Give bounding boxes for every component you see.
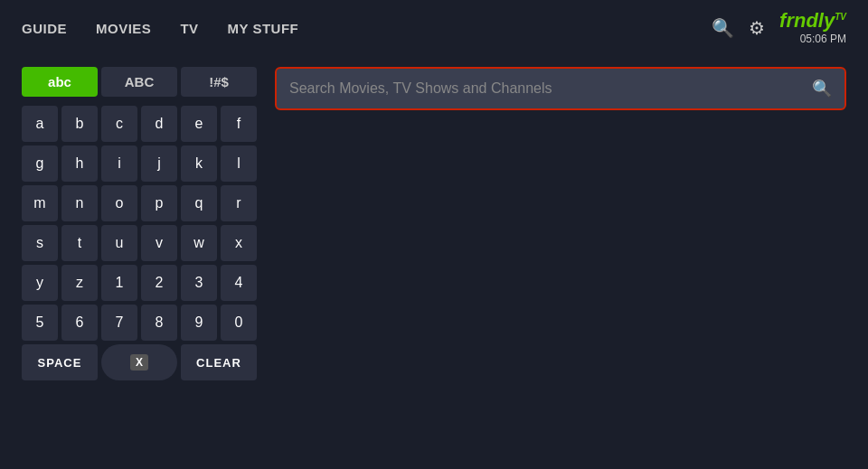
- key-u[interactable]: u: [101, 225, 137, 261]
- mode-tabs: abc ABC !#$: [22, 67, 257, 97]
- key-4[interactable]: 4: [221, 265, 257, 301]
- nav-right: 🔍 ⚙ frndlyTV 05:06 PM: [712, 11, 846, 45]
- top-nav: GUIDE MOVIES TV MY STUFF 🔍 ⚙ frndlyTV 05…: [0, 0, 868, 56]
- search-box[interactable]: Search Movies, TV Shows and Channels 🔍: [275, 67, 846, 110]
- key-w[interactable]: w: [181, 225, 217, 261]
- key-0[interactable]: 0: [221, 305, 257, 341]
- special-keys-row: SPACE X CLEAR: [22, 344, 257, 380]
- key-p[interactable]: p: [141, 185, 177, 221]
- key-v[interactable]: v: [141, 225, 177, 261]
- key-3[interactable]: 3: [181, 265, 217, 301]
- key-h[interactable]: h: [61, 145, 98, 182]
- key-x[interactable]: x: [221, 225, 257, 261]
- key-q[interactable]: q: [181, 185, 217, 221]
- keyboard-panel: abc ABC !#$ abcdefghijklmnopqrstuvwxyz12…: [22, 67, 257, 380]
- tab-symbols[interactable]: !#$: [181, 67, 257, 97]
- key-m[interactable]: m: [22, 185, 58, 221]
- key-r[interactable]: r: [221, 185, 257, 221]
- nav-movies[interactable]: MOVIES: [96, 21, 151, 36]
- key-a[interactable]: a: [22, 106, 58, 142]
- brand-block: frndlyTV 05:06 PM: [779, 11, 846, 45]
- key-9[interactable]: 9: [181, 305, 217, 341]
- backspace-x-icon: X: [130, 354, 148, 371]
- key-y[interactable]: y: [22, 265, 58, 301]
- nav-mystuff[interactable]: MY STUFF: [228, 21, 299, 36]
- key-b[interactable]: b: [61, 106, 98, 142]
- search-area: Search Movies, TV Shows and Channels 🔍: [275, 67, 846, 380]
- key-5[interactable]: 5: [22, 305, 58, 341]
- key-e[interactable]: e: [181, 106, 217, 142]
- nav-guide[interactable]: GUIDE: [22, 21, 67, 36]
- key-i[interactable]: i: [101, 145, 137, 182]
- brand-name: frndlyTV: [779, 11, 846, 31]
- key-l[interactable]: l: [221, 145, 257, 182]
- key-g[interactable]: g: [22, 145, 58, 182]
- tab-abc[interactable]: abc: [22, 67, 98, 97]
- search-icon[interactable]: 🔍: [712, 17, 734, 39]
- main-content: abc ABC !#$ abcdefghijklmnopqrstuvwxyz12…: [0, 56, 868, 391]
- key-d[interactable]: d: [141, 106, 177, 142]
- search-submit-icon[interactable]: 🔍: [812, 79, 832, 98]
- settings-icon[interactable]: ⚙: [749, 17, 765, 39]
- nav-tv[interactable]: TV: [180, 21, 198, 36]
- nav-left: GUIDE MOVIES TV MY STUFF: [22, 21, 298, 36]
- key-2[interactable]: 2: [141, 265, 177, 301]
- key-n[interactable]: n: [61, 185, 98, 221]
- key-z[interactable]: z: [61, 265, 98, 301]
- brand-time: 05:06 PM: [800, 33, 846, 45]
- key-t[interactable]: t: [61, 225, 98, 261]
- key-grid: abcdefghijklmnopqrstuvwxyz1234567890: [22, 106, 257, 341]
- key-k[interactable]: k: [181, 145, 217, 182]
- search-placeholder: Search Movies, TV Shows and Channels: [289, 80, 812, 97]
- key-j[interactable]: j: [141, 145, 177, 182]
- clear-key[interactable]: CLEAR: [181, 344, 257, 380]
- space-key[interactable]: SPACE: [22, 344, 98, 380]
- key-6[interactable]: 6: [61, 305, 98, 341]
- key-8[interactable]: 8: [141, 305, 177, 341]
- tab-ABC[interactable]: ABC: [101, 67, 177, 97]
- key-f[interactable]: f: [221, 106, 257, 142]
- key-c[interactable]: c: [101, 106, 137, 142]
- key-7[interactable]: 7: [101, 305, 137, 341]
- key-o[interactable]: o: [101, 185, 137, 221]
- key-s[interactable]: s: [22, 225, 58, 261]
- key-1[interactable]: 1: [101, 265, 137, 301]
- backspace-key[interactable]: X: [101, 344, 177, 380]
